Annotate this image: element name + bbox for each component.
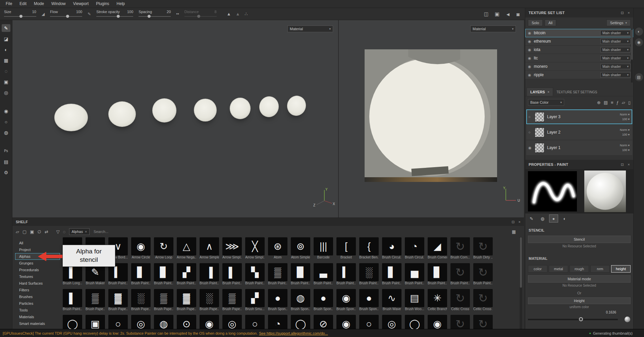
height-button[interactable]: Height xyxy=(528,297,631,304)
shelf-item-brush-paint[interactable]: ▞Brush Paint... xyxy=(177,263,196,286)
shelf-item-arrow-loop[interactable]: ↻Arrow Loop xyxy=(154,237,173,260)
shelf-item[interactable]: ◉ xyxy=(200,315,219,329)
texture-set-row-bitcoin[interactable]: ◉bitcoinMain shader▾ xyxy=(525,29,633,37)
shelf-item-brush-wave[interactable]: ∿Brush Wave xyxy=(382,289,401,312)
texture-list-scrollbar[interactable] xyxy=(631,30,633,60)
shelf-item-brush-paint[interactable]: ▐Brush Paint... xyxy=(200,263,219,286)
filter-chip-alphas[interactable]: Alphas × xyxy=(69,228,90,235)
layer-blend-mode[interactable]: Norm ▾ xyxy=(620,128,630,132)
channel-nrm[interactable]: nrm xyxy=(590,265,610,273)
shelf-item[interactable]: ◉ xyxy=(428,315,447,329)
filter-icon[interactable]: ▽ xyxy=(56,229,60,234)
material-picker-tool[interactable]: ◎ xyxy=(2,89,10,96)
close-icon[interactable]: × xyxy=(628,11,630,15)
shelf-item-brush-paint[interactable]: ▍Brush Paint... xyxy=(336,263,356,286)
falloff-curve-b-icon[interactable]: ▲ xyxy=(236,11,240,16)
shelf-item-brush-pape[interactable]: ▒Brush Pape... xyxy=(86,289,105,312)
shelf-item[interactable]: ◯ xyxy=(63,315,82,329)
size-control[interactable]: Size10 xyxy=(4,10,36,18)
flow-falloff-icon[interactable]: ✎ xyxy=(88,12,91,16)
stroke-opacity-control[interactable]: Stroke opacity100 xyxy=(96,10,133,18)
resources-tool[interactable]: ◉ xyxy=(2,107,10,115)
shelf-item-brush-corn[interactable]: ↻Brush Corn... xyxy=(450,237,470,260)
shelf-item-brush-paint[interactable]: ▌Brush Paint... xyxy=(63,289,82,312)
delete-layer-icon[interactable]: ▯ xyxy=(628,100,631,105)
symmetry-icon[interactable]: ∴ xyxy=(245,11,247,16)
layer-visible-radio-icon[interactable]: ○ xyxy=(528,115,534,119)
shelf-item-brush-smu[interactable]: ▞Brush Smu... xyxy=(245,289,265,312)
material-properties-icon[interactable]: ◐ xyxy=(560,215,569,222)
add-fill-layer-icon[interactable]: ▤ xyxy=(604,100,608,105)
polygon-fill-tool[interactable]: ▦ xyxy=(2,56,10,64)
live-link-icon[interactable]: ◌ xyxy=(63,229,66,234)
shelf-item-brush-pape[interactable]: ░Brush Pape... xyxy=(200,289,219,312)
shelf-item-brush-pape[interactable]: ░Brush Pape... xyxy=(131,289,151,312)
shelf-item-brush-spon[interactable]: ●Brush Spon... xyxy=(359,289,379,312)
shelf-item[interactable]: ◔ xyxy=(268,315,287,329)
chip-close-icon[interactable]: × xyxy=(85,230,87,234)
shelf-item-arrow-nega[interactable]: △Arrow Nega... xyxy=(177,237,196,260)
shelf-item-brush-paint[interactable]: ▋Brush Paint... xyxy=(131,263,151,286)
perspective-toggle-icon[interactable]: ◫ xyxy=(484,11,489,17)
shelf-item[interactable]: ◯ xyxy=(291,315,310,329)
spacing-value[interactable]: 20 xyxy=(167,10,171,14)
smudge-tool[interactable]: ◌ xyxy=(2,67,10,75)
folder-icon[interactable]: ▱ xyxy=(16,229,19,234)
main-shader-dropdown[interactable]: Main shader▾ xyxy=(600,64,631,69)
shelf-item-brush-paint[interactable]: ▋Brush Paint... xyxy=(382,263,401,286)
shelf-item-brush-spon[interactable]: ●Brush Spon... xyxy=(314,289,333,312)
spacing-control[interactable]: Spacing20 xyxy=(139,10,171,18)
shelf-item-brush-pape[interactable]: ▒Brush Pape... xyxy=(154,289,173,312)
shelf-category-project[interactable]: Project xyxy=(15,246,60,253)
layer-visible-radio-on-icon[interactable]: ◉ xyxy=(528,146,534,150)
height-value[interactable]: 0.1636 xyxy=(606,310,616,314)
layer-opacity[interactable]: 100 ▾ xyxy=(620,148,630,152)
add-folder-icon[interactable]: ▱ xyxy=(622,100,625,105)
shelf-category-brushes[interactable]: Brushes xyxy=(15,293,60,300)
shelf-item[interactable]: ◎ xyxy=(131,315,151,329)
shelf-item-bracket-ben[interactable]: {Bracket Ben... xyxy=(359,237,379,260)
projection-tool[interactable]: ◐ xyxy=(2,46,10,53)
shelf-item-brush-pape[interactable]: ▓Brush Pape... xyxy=(177,289,196,312)
texture-set-row-ripple[interactable]: ◉rippleMain shader▾ xyxy=(525,71,633,79)
shelf-item-brush-spon[interactable]: ●Brush Spon... xyxy=(268,289,287,312)
menu-file[interactable]: File xyxy=(2,0,16,8)
shelf-item-celtic-cross[interactable]: ↻Celtic Cross ... xyxy=(473,289,493,312)
export-plugin-icon[interactable]: ▤ xyxy=(2,158,10,165)
popout-icon[interactable]: ⊡ xyxy=(512,220,515,224)
shelf-item[interactable]: ◯ xyxy=(405,315,424,329)
add-layer-icon[interactable]: ≡ xyxy=(611,100,613,105)
main-shader-dropdown[interactable]: Main shader▾ xyxy=(600,72,631,78)
shelf-item-brush-woo[interactable]: ▤Brush Woo... xyxy=(405,289,424,312)
eraser-tool[interactable]: ◪ xyxy=(2,35,10,43)
spacing-slider[interactable] xyxy=(139,15,171,18)
menu-mode[interactable]: Mode xyxy=(30,0,48,8)
material-mode-button[interactable]: Material mode xyxy=(528,275,631,283)
viewport-3d[interactable]: Material ▾ Y Z X xyxy=(12,20,339,218)
texture-set-row-ltc[interactable]: ◉ltcMain shader▾ xyxy=(525,54,633,62)
popout-icon[interactable]: ⊡ xyxy=(621,11,624,15)
stroke-opacity-slider[interactable] xyxy=(96,15,133,18)
shelf-item-arrow-circle[interactable]: ◉Arrow Circle xyxy=(131,237,151,260)
channel-rough[interactable]: rough xyxy=(570,265,589,273)
layer-visible-radio-icon[interactable]: ○ xyxy=(528,130,534,134)
shelf-item[interactable]: ○ xyxy=(245,315,265,329)
shelf-item-arrow-simple[interactable]: ∧Arrow Simple xyxy=(200,237,219,260)
shelf-item[interactable]: ○ xyxy=(108,315,128,329)
main-shader-dropdown[interactable]: Main shader▾ xyxy=(600,39,631,44)
popout-icon[interactable]: ⊡ xyxy=(621,162,624,167)
light-tool[interactable]: ○ xyxy=(2,118,10,126)
alpha-properties-icon[interactable]: ◍ xyxy=(538,215,547,222)
status-link[interactable]: See https://support.allegorithmic.com/do… xyxy=(259,331,328,335)
viewport2d-material-dropdown[interactable]: Material ▾ xyxy=(470,26,516,32)
camera-settings-icon[interactable]: ◉ xyxy=(635,38,643,46)
log-icon[interactable]: ▤ xyxy=(635,73,643,81)
menu-window[interactable]: Window xyxy=(48,0,69,8)
flow-control[interactable]: Flow100 xyxy=(50,10,82,18)
shelf-item[interactable]: ↻ xyxy=(473,315,493,329)
channel-select-dropdown[interactable]: Base Color ▾ xyxy=(528,99,564,106)
search-input[interactable] xyxy=(93,229,175,234)
screenshot-icon[interactable]: ◙ xyxy=(517,11,520,17)
size-falloff-icon[interactable]: ◢ xyxy=(42,12,45,16)
shelf-category-textures[interactable]: Textures xyxy=(15,273,60,280)
